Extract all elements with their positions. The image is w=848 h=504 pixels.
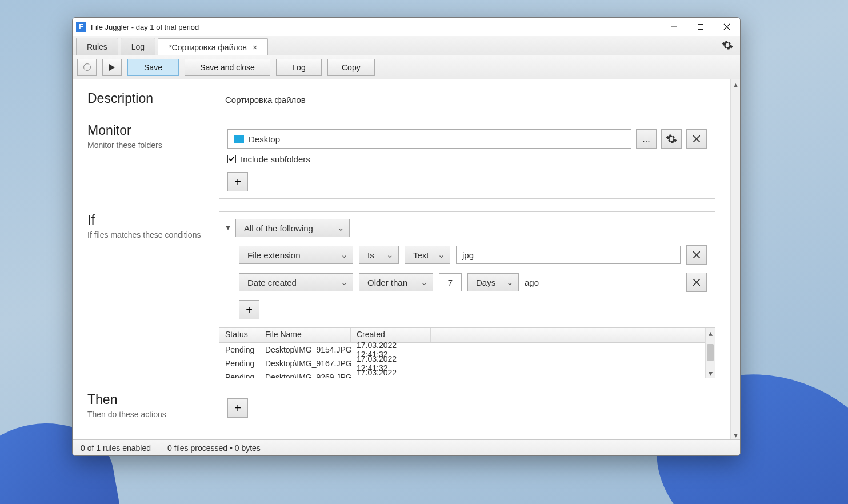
circle-icon — [83, 63, 91, 71]
chevron-down-icon: ⌄ — [337, 223, 345, 233]
minimize-button[interactable] — [661, 18, 687, 36]
column-header-filename[interactable]: File Name — [259, 328, 351, 342]
close-icon[interactable]: × — [253, 43, 257, 52]
close-icon — [693, 135, 700, 142]
add-condition-button[interactable]: + — [239, 300, 259, 319]
scroll-down-icon[interactable]: ▾ — [706, 368, 715, 378]
condition-suffix-label: ago — [525, 278, 539, 287]
checkbox-label: Include subfolders — [241, 154, 310, 164]
condition-type-select[interactable]: Text ⌄ — [405, 246, 450, 264]
folder-name: Desktop — [249, 134, 280, 144]
cell-status: Pending — [219, 345, 259, 354]
monitor-folder-field[interactable]: Desktop — [227, 129, 631, 149]
chevron-down-icon: ⌄ — [506, 277, 514, 287]
scroll-area: Description Monitor Monitor these folder… — [73, 79, 730, 439]
scroll-up-icon[interactable]: ▴ — [706, 328, 715, 338]
table-body: Pending Desktop\IMG_9154.JPG 17.03.2022 … — [219, 343, 715, 378]
remove-condition-button[interactable] — [686, 245, 707, 265]
browse-button[interactable]: ... — [636, 129, 657, 149]
section-heading: Monitor — [87, 123, 207, 138]
condition-field-select[interactable]: File extension ⌄ — [239, 246, 353, 264]
expand-collapse-toggle[interactable] — [224, 224, 232, 232]
monitor-panel: Desktop ... — [219, 122, 715, 199]
svg-rect-1 — [698, 25, 703, 30]
condition-row: Date created ⌄ Older than ⌄ Days ⌄ — [239, 273, 707, 292]
remove-folder-button[interactable] — [686, 129, 707, 149]
section-subheading: Then do these actions — [87, 410, 207, 419]
cell-filename: Desktop\IMG_9269.JPG — [259, 373, 351, 378]
tab-rules[interactable]: Rules — [76, 38, 118, 55]
section-subheading: Monitor these folders — [87, 141, 207, 150]
close-button[interactable] — [714, 18, 740, 36]
condition-value-input[interactable] — [456, 246, 681, 264]
condition-field-select[interactable]: Date created ⌄ — [239, 273, 353, 291]
section-description: Description — [87, 90, 715, 109]
svg-marker-4 — [109, 64, 115, 71]
statusbar: 0 of 1 rules enabled 0 files processed •… — [73, 439, 740, 455]
select-value: Date created — [247, 278, 297, 287]
save-and-close-button[interactable]: Save and close — [185, 59, 270, 76]
toolbar: Save Save and close Log Copy — [73, 55, 740, 79]
copy-button[interactable]: Copy — [327, 59, 375, 76]
maximize-button[interactable] — [687, 18, 714, 36]
record-button[interactable] — [77, 59, 97, 76]
column-header-status[interactable]: Status — [219, 328, 259, 342]
description-input[interactable] — [219, 90, 715, 109]
tab-log[interactable]: Log — [121, 38, 155, 55]
add-folder-button[interactable]: + — [227, 172, 248, 191]
settings-button[interactable] — [721, 38, 734, 52]
chevron-down-icon: ⌄ — [421, 277, 428, 287]
folder-settings-button[interactable] — [661, 129, 682, 149]
tab-label: *Сортировка файлов — [169, 43, 247, 52]
condition-value-input[interactable] — [439, 273, 462, 291]
chevron-down-icon: ⌄ — [386, 250, 394, 260]
button-label: Save and close — [200, 63, 255, 72]
gear-icon — [666, 133, 677, 145]
group-mode-select[interactable]: All of the following ⌄ — [235, 219, 350, 237]
plus-icon: + — [234, 402, 241, 415]
condition-operator-select[interactable]: Older than ⌄ — [359, 273, 433, 291]
table-row[interactable]: Pending Desktop\IMG_9154.JPG 17.03.2022 … — [219, 343, 715, 357]
save-button[interactable]: Save — [127, 59, 179, 76]
section-heading: Then — [87, 392, 207, 407]
table-row[interactable]: Pending Desktop\IMG_9167.JPG 17.03.2022 … — [219, 357, 715, 370]
select-value: Is — [367, 250, 374, 260]
section-subheading: If files matches these conditions — [87, 230, 207, 239]
scroll-down-icon[interactable]: ▾ — [731, 430, 740, 439]
plus-icon: + — [246, 303, 253, 317]
plus-icon: + — [234, 175, 241, 189]
scroll-thumb[interactable] — [707, 344, 714, 361]
tabstrip: Rules Log *Сортировка файлов × — [73, 36, 740, 55]
titlebar: F File Juggler - day 1 of trial period — [73, 18, 740, 36]
content-area: Description Monitor Monitor these folder… — [73, 79, 740, 439]
table-row[interactable]: Pending Desktop\IMG_9269.JPG 17.03.2022 … — [219, 370, 715, 378]
button-label: Save — [144, 63, 162, 72]
scroll-up-icon[interactable]: ▴ — [731, 79, 740, 89]
select-value: Days — [476, 278, 495, 287]
table-header: Status File Name Created — [219, 328, 715, 343]
button-label: Log — [292, 63, 305, 72]
condition-operator-select[interactable]: Is ⌄ — [359, 246, 399, 264]
checkbox-icon — [227, 155, 236, 163]
tab-active-rule[interactable]: *Сортировка файлов × — [158, 38, 268, 55]
section-then: Then Then do these actions + — [87, 391, 715, 425]
app-window: F File Juggler - day 1 of trial period R… — [72, 17, 741, 456]
button-label: Copy — [342, 63, 361, 72]
chevron-down-icon: ⌄ — [341, 250, 348, 260]
add-action-button[interactable]: + — [227, 398, 248, 418]
content-scrollbar[interactable]: ▴ ▾ — [730, 79, 740, 439]
cell-status: Pending — [219, 359, 259, 368]
remove-condition-button[interactable] — [686, 273, 707, 292]
table-scrollbar[interactable]: ▴ ▾ — [705, 328, 715, 378]
log-button[interactable]: Log — [276, 59, 322, 76]
play-button[interactable] — [102, 59, 122, 76]
tab-label: Log — [131, 42, 145, 51]
status-rules-enabled: 0 of 1 rules enabled — [73, 440, 159, 455]
include-subfolders-checkbox[interactable]: Include subfolders — [227, 154, 707, 164]
section-monitor: Monitor Monitor these folders Desktop ..… — [87, 122, 715, 199]
condition-unit-select[interactable]: Days ⌄ — [467, 273, 519, 291]
matching-files-table: Status File Name Created Pending Desktop… — [219, 328, 715, 378]
play-icon — [109, 64, 115, 71]
close-icon — [693, 279, 700, 286]
select-value: Text — [413, 250, 429, 260]
